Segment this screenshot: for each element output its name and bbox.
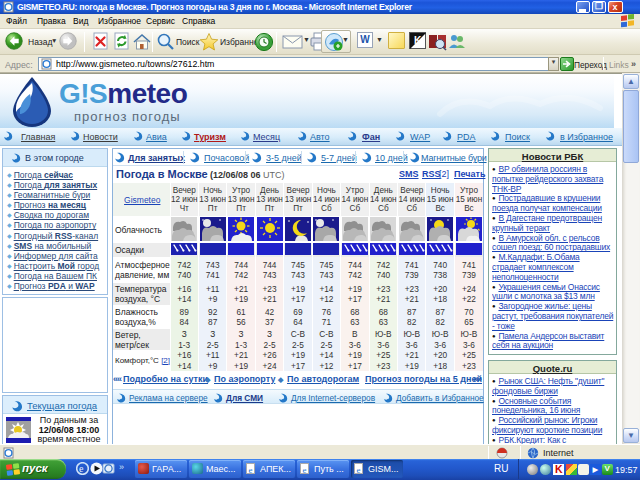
svg-text:e: e	[79, 463, 84, 474]
